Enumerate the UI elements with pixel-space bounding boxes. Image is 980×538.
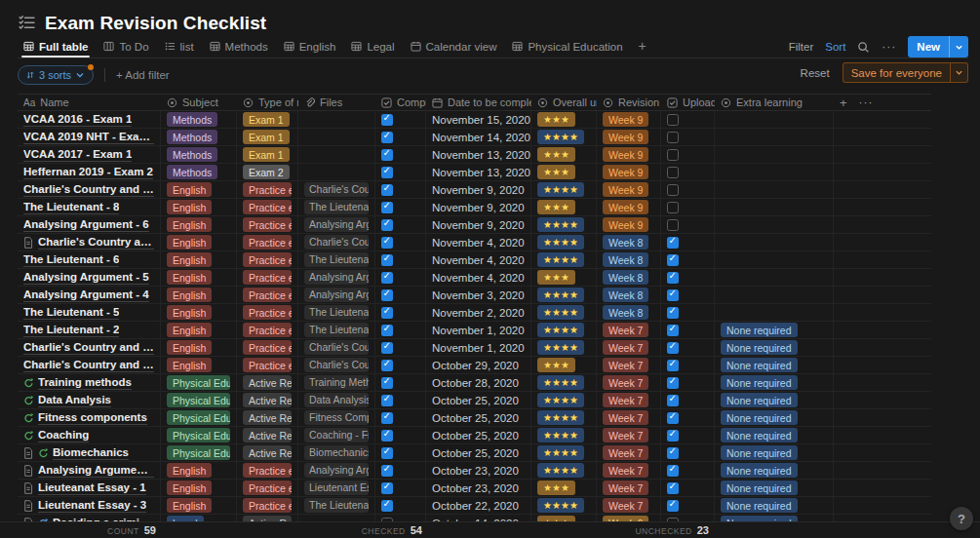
date-cell[interactable]: November 4, 2020 [426, 269, 531, 286]
help-button[interactable]: ? [950, 507, 973, 530]
subject-tag[interactable]: English [167, 217, 212, 232]
star-rating-tag[interactable]: ★★★ [537, 112, 575, 127]
column-header-type-of-re[interactable]: Type of re... [237, 95, 298, 110]
complete-cell[interactable] [375, 444, 426, 461]
complete-cell[interactable] [375, 287, 426, 303]
file-chip[interactable]: The Lieutenant... [304, 305, 369, 320]
upload-cell[interactable] [661, 216, 715, 233]
checkbox[interactable] [381, 412, 393, 424]
row-title[interactable]: The Lieutenant - 2 [23, 323, 119, 337]
checkbox[interactable] [381, 114, 393, 126]
column-header-date-to-be-completed[interactable]: Date to be completed/... [426, 95, 531, 110]
extra-learning-cell[interactable] [715, 111, 834, 128]
subject-cell[interactable]: English [161, 462, 237, 479]
revision-week-cell[interactable]: Week 9 [597, 181, 661, 198]
extra-learning-cell[interactable] [715, 164, 834, 180]
name-cell[interactable]: Data Analysis [18, 392, 161, 408]
name-cell[interactable]: Biomechanics [18, 444, 161, 461]
star-rating-tag[interactable]: ★★★★ [537, 445, 584, 460]
complete-cell[interactable] [375, 462, 426, 479]
upload-cell[interactable] [661, 164, 715, 180]
files-cell[interactable]: Analysing Argu... [298, 462, 375, 479]
complete-cell[interactable] [375, 199, 426, 215]
type-tag[interactable]: Exam 1 [243, 112, 290, 127]
file-chip[interactable]: Charlie's Coun... [304, 358, 369, 372]
week-tag[interactable]: Week 8 [603, 305, 648, 320]
column-header-upload[interactable]: Upload... [661, 95, 715, 110]
filter-button[interactable]: Filter [789, 41, 814, 53]
checkbox[interactable] [381, 430, 393, 442]
overall-cell[interactable]: ★★★ [531, 269, 597, 286]
type-tag[interactable]: Practice essay [243, 252, 292, 267]
tab-methods[interactable]: Methods [204, 41, 274, 57]
files-cell[interactable]: Charlie's Coun... [298, 357, 375, 373]
week-tag[interactable]: Week 9 [603, 165, 648, 179]
week-tag[interactable]: Week 9 [603, 217, 648, 232]
star-rating-tag[interactable]: ★★★★ [537, 217, 584, 232]
count-aggregate[interactable]: COUNT 59 [107, 524, 156, 536]
date-cell[interactable]: November 9, 2020 [426, 216, 531, 233]
star-rating-tag[interactable]: ★★★★ [537, 498, 584, 513]
row-title[interactable]: Heffernan 2019 - Exam 2 [23, 165, 153, 179]
date-cell[interactable]: October 23, 2020 [426, 480, 531, 496]
subject-cell[interactable]: English [161, 339, 237, 356]
star-rating-tag[interactable]: ★★★★ [537, 375, 584, 390]
row-title[interactable]: Analysing Argument - 6 [23, 217, 149, 232]
type-cell[interactable]: Exam 1 [237, 111, 298, 128]
subject-tag[interactable]: English [167, 235, 212, 250]
revision-week-cell[interactable]: Week 7 [597, 444, 661, 461]
type-tag[interactable]: Exam 2 [243, 165, 290, 179]
overall-cell[interactable]: ★★★★ [531, 444, 597, 461]
row-title[interactable]: Coaching [38, 428, 89, 442]
checkbox[interactable] [667, 465, 679, 477]
extra-learning-tag[interactable]: None required [721, 410, 798, 425]
add-view-button[interactable]: + [633, 38, 652, 58]
upload-cell[interactable] [661, 480, 715, 496]
subject-tag[interactable]: Physical Education [167, 428, 230, 442]
tab-to-do[interactable]: To Do [98, 41, 154, 57]
checkbox[interactable] [667, 342, 679, 354]
files-cell[interactable]: Analysing Argu... [298, 216, 375, 233]
checkbox[interactable] [381, 132, 393, 143]
week-tag[interactable]: Week 7 [603, 323, 648, 337]
upload-cell[interactable] [661, 392, 715, 408]
type-cell[interactable]: Active Recall [237, 374, 298, 391]
file-chip[interactable]: Analysing Argu... [304, 270, 369, 285]
row-title[interactable]: Biomechanics [53, 445, 129, 460]
upload-cell[interactable] [661, 199, 715, 215]
subject-tag[interactable]: English [167, 480, 212, 495]
extra-learning-cell[interactable] [715, 199, 834, 215]
extra-learning-tag[interactable]: None required [721, 498, 798, 513]
extra-learning-tag[interactable]: None required [721, 393, 798, 407]
extra-learning-tag[interactable]: None required [721, 463, 798, 478]
name-cell[interactable]: Charlie's Country and Tracks - 7 [18, 339, 161, 356]
week-tag[interactable]: Week 7 [603, 358, 648, 372]
files-cell[interactable]: The Lieutenant... [298, 322, 375, 338]
star-rating-tag[interactable]: ★★★★ [537, 323, 584, 337]
subject-tag[interactable]: English [167, 358, 212, 372]
complete-cell[interactable] [375, 497, 426, 514]
week-tag[interactable]: Week 9 [603, 130, 648, 144]
overall-cell[interactable]: ★★★ [531, 199, 597, 215]
star-rating-tag[interactable]: ★★★★ [537, 235, 584, 250]
revision-week-cell[interactable]: Week 8 [597, 251, 661, 268]
revision-week-cell[interactable]: Week 7 [597, 427, 661, 443]
date-cell[interactable]: October 22, 2020 [426, 497, 531, 514]
subject-cell[interactable]: Physical Education [161, 409, 237, 426]
row-title[interactable]: Charlie's Country and Tracks - 1 [23, 182, 154, 197]
checkbox[interactable] [667, 132, 679, 143]
extra-learning-tag[interactable]: None required [721, 445, 798, 460]
add-column-button[interactable]: + [840, 96, 847, 110]
row-title[interactable]: The Lieutenant - 5 [23, 305, 119, 320]
type-cell[interactable]: Practice essay [237, 269, 298, 286]
checkbox[interactable] [667, 202, 679, 213]
save-for-everyone-button[interactable]: Save for everyone [843, 62, 968, 83]
tab-full-table[interactable]: Full table [18, 41, 94, 57]
checkbox[interactable] [381, 395, 393, 406]
date-cell[interactable]: October 25, 2020 [426, 392, 531, 408]
star-rating-tag[interactable]: ★★★★ [537, 410, 584, 425]
week-tag[interactable]: Week 8 [603, 252, 648, 267]
date-cell[interactable]: November 9, 2020 [426, 181, 531, 198]
complete-cell[interactable] [375, 322, 426, 338]
overall-cell[interactable]: ★★★★ [531, 304, 597, 321]
